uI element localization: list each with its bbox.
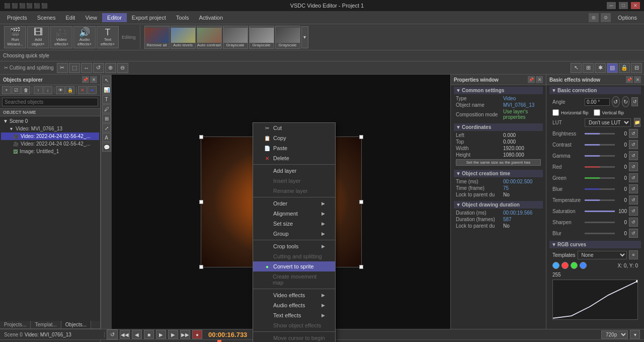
transform-tool[interactable]: ⊞: [583, 63, 594, 73]
pointer-tool[interactable]: ↖: [571, 63, 582, 73]
red-reset[interactable]: ↺: [629, 162, 638, 171]
brightness-slider[interactable]: [585, 133, 615, 134]
contrast-reset[interactable]: ↺: [629, 140, 638, 149]
obj-move-dn-btn[interactable]: ↓: [43, 86, 52, 94]
tab-templates[interactable]: Templat...: [31, 321, 61, 328]
add-object-button[interactable]: 🎞 Addobject+: [27, 26, 49, 48]
obj-item-video1[interactable]: ▼ Video: MVI_0766_13: [1, 125, 99, 132]
pin-btn[interactable]: 📌: [82, 76, 89, 83]
close-panel-btn[interactable]: ✕: [90, 76, 97, 83]
play-fwd-btn[interactable]: ▶▶: [180, 330, 190, 339]
scene-node[interactable]: ▼ Scene 0: [1, 117, 99, 125]
ctx-video-effects[interactable]: Video effects ▶: [253, 290, 335, 300]
quality-select[interactable]: 720p: [601, 330, 628, 339]
pointer-icon[interactable]: ↖: [102, 76, 111, 85]
red-slider[interactable]: [585, 166, 615, 168]
sharpen-slider[interactable]: [585, 222, 615, 223]
menu-tools[interactable]: Tools: [171, 13, 194, 22]
ctx-delete[interactable]: ✕ Delete: [253, 153, 335, 163]
creation-time-header[interactable]: ▼ Object creation time: [454, 170, 543, 177]
ctx-text-effects[interactable]: Text effects ▶: [253, 310, 335, 320]
angle-circle[interactable]: ↺: [612, 96, 620, 107]
search-input[interactable]: [2, 98, 98, 106]
angle-input[interactable]: [585, 98, 610, 106]
tl-settings-btn[interactable]: ▾: [630, 330, 640, 339]
basic-correction-header[interactable]: ▼ Basic correction: [549, 87, 641, 94]
blur-slider[interactable]: [585, 233, 615, 234]
move-icon[interactable]: ⤢: [102, 123, 111, 132]
run-wizard-button[interactable]: 🎬 RunWizard...: [4, 26, 26, 48]
grayscale-btn-1[interactable]: Grayscale: [223, 26, 248, 49]
tab-projects[interactable]: Projects...: [0, 321, 31, 328]
effect-tool[interactable]: ✱: [595, 63, 606, 73]
ctx-convert[interactable]: ● Convert to sprite: [253, 261, 335, 271]
rec-btn[interactable]: ●: [192, 330, 202, 339]
lut-select[interactable]: Don't use LUT: [585, 118, 631, 127]
grayscale-btn-2[interactable]: Grayscale: [249, 26, 274, 49]
video-effects-button[interactable]: 🎥 Videoeffects+: [50, 26, 72, 48]
auto-levels-btn[interactable]: Auto levels: [171, 26, 196, 49]
obj-item-image[interactable]: 🖼 Image: Untitled_1: [1, 148, 99, 155]
obj-item-video2[interactable]: 🎥 Video: 2022-04-24 02-56-42_...: [1, 132, 99, 140]
audio-effects-button[interactable]: 🔊 Audioeffects+: [73, 26, 96, 48]
cut-tool[interactable]: ✂: [57, 63, 68, 73]
handle-bot-right[interactable]: [359, 265, 363, 269]
menu-editor[interactable]: Editor: [102, 13, 127, 22]
vertical-flip-checkbox[interactable]: [594, 109, 600, 116]
templates-btn[interactable]: ≡: [629, 250, 638, 259]
lut-folder-btn[interactable]: 📁: [634, 118, 640, 127]
saturation-slider[interactable]: [585, 211, 615, 212]
close-button[interactable]: ✕: [631, 2, 640, 9]
brightness-reset[interactable]: ↺: [629, 129, 638, 138]
saturation-reset[interactable]: ↺: [629, 207, 638, 216]
ctx-order[interactable]: Order ▶: [253, 198, 335, 209]
settings-icon[interactable]: ⚙: [601, 13, 611, 22]
auto-contrast-btn[interactable]: Auto contrast: [197, 26, 222, 49]
rgb-dot-red[interactable]: [561, 262, 569, 269]
play-back-btn[interactable]: ◀◀: [120, 330, 130, 339]
chart-icon[interactable]: 📊: [102, 85, 111, 94]
menu-projects[interactable]: Projects: [2, 13, 32, 22]
stop-btn[interactable]: ■: [144, 330, 154, 339]
handle-top-right[interactable]: [359, 135, 363, 139]
menu-scenes[interactable]: Scenes: [32, 13, 61, 22]
blue-reset[interactable]: ↺: [629, 184, 638, 193]
coordinates-header[interactable]: ▼ Coordinates: [454, 123, 543, 131]
maximize-button[interactable]: □: [619, 2, 628, 9]
green-slider[interactable]: [585, 177, 615, 179]
layout-btn[interactable]: ⊞: [589, 13, 599, 22]
next-frame-btn[interactable]: ▶: [168, 330, 178, 339]
be-pin-btn[interactable]: 📌: [626, 76, 633, 83]
temperature-reset[interactable]: ↺: [629, 195, 638, 204]
blur-reset[interactable]: ↺: [629, 229, 638, 238]
obj-add-btn[interactable]: +: [2, 86, 11, 94]
obj-red-btn[interactable]: ✕: [78, 86, 87, 94]
be-close-btn[interactable]: ✕: [634, 76, 641, 83]
menu-activation[interactable]: Activation: [194, 13, 228, 22]
bubble-icon[interactable]: 💬: [102, 143, 111, 152]
handle-bot-left[interactable]: [199, 265, 203, 269]
obj-delete-btn[interactable]: 🗑: [21, 86, 30, 94]
obj-move-up-btn[interactable]: ↑: [34, 86, 43, 94]
angle-circle-2[interactable]: ↻: [622, 96, 630, 107]
obj-sel-all-btn[interactable]: ☑: [12, 86, 21, 94]
menu-edit[interactable]: Edit: [60, 13, 80, 22]
ctx-group[interactable]: Group ▶: [253, 229, 335, 239]
play-btn[interactable]: ▶: [156, 330, 166, 339]
minimize-button[interactable]: ─: [607, 2, 616, 9]
rgb-dot-blue2[interactable]: [580, 262, 587, 269]
temperature-slider[interactable]: [585, 199, 615, 201]
tab-objects[interactable]: Objects...: [61, 321, 91, 328]
obj-item-video3[interactable]: 🎥 Video: 2022-04-24 02-56-42_...: [1, 140, 99, 148]
ctx-copy[interactable]: 📋 Copy: [253, 133, 335, 143]
menu-export[interactable]: Export project: [127, 13, 171, 22]
handle-mid-left[interactable]: [199, 200, 203, 204]
options-btn[interactable]: Options: [613, 13, 642, 22]
obj-eye-btn[interactable]: 👁: [56, 86, 65, 94]
active-tool[interactable]: ▤: [607, 63, 618, 73]
grayscale-btn-3[interactable]: Grayscale: [275, 26, 300, 49]
loop-btn[interactable]: ↺: [107, 329, 118, 339]
templates-select[interactable]: None: [578, 251, 627, 259]
horizontal-flip-checkbox[interactable]: [552, 109, 559, 116]
ctx-paste[interactable]: 📄 Paste: [253, 143, 335, 153]
